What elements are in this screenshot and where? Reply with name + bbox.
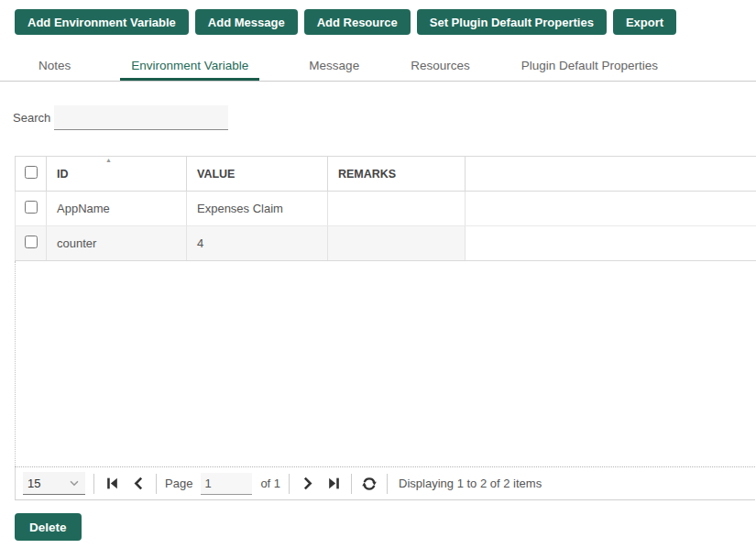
- row-checkbox[interactable]: [25, 201, 38, 214]
- cell-value: Expenses Claim: [187, 192, 328, 226]
- add-environment-variable-button[interactable]: Add Environment Variable: [15, 9, 189, 35]
- cell-remarks: [328, 192, 466, 226]
- page-label: Page: [165, 477, 192, 490]
- cell-filler: [466, 226, 756, 261]
- table-header-row: ▲ ID VALUE REMARKS: [16, 157, 756, 192]
- tab-plugin-default-properties[interactable]: Plugin Default Properties: [520, 53, 660, 81]
- chevron-down-icon: [68, 477, 81, 489]
- column-header-id-label: ID: [57, 168, 69, 181]
- tab-message[interactable]: Message: [307, 53, 361, 81]
- cell-id: counter: [47, 226, 187, 261]
- select-all-header-cell: [16, 157, 47, 192]
- row-checkbox-cell: [16, 192, 47, 226]
- column-header-remarks[interactable]: REMARKS: [328, 157, 466, 192]
- tab-bar: Notes Environment Variable Message Resou…: [0, 53, 756, 82]
- pager-status-text: Displaying 1 to 2 of 2 items: [399, 477, 542, 490]
- tab-notes[interactable]: Notes: [37, 53, 72, 81]
- last-page-icon: [326, 476, 342, 491]
- page-size-value: 15: [27, 477, 40, 490]
- environment-variable-table: ▲ ID VALUE REMARKS AppName Expenses Clai…: [15, 156, 756, 261]
- delete-button[interactable]: Delete: [15, 513, 82, 541]
- previous-page-button[interactable]: [129, 473, 148, 495]
- row-checkbox-cell: [16, 226, 47, 261]
- first-page-button[interactable]: [103, 473, 121, 495]
- row-checkbox[interactable]: [25, 236, 38, 248]
- pagination-bar: 15 Page of 1: [15, 466, 755, 500]
- select-all-checkbox[interactable]: [25, 166, 38, 179]
- table-empty-area: [15, 261, 756, 466]
- chevron-right-icon: [300, 476, 315, 491]
- add-resource-button[interactable]: Add Resource: [304, 9, 411, 35]
- cell-filler: [466, 192, 756, 226]
- pager-divider: [387, 474, 388, 494]
- search-input[interactable]: [54, 105, 228, 130]
- set-plugin-default-properties-button[interactable]: Set Plugin Default Properties: [417, 9, 607, 35]
- next-page-button[interactable]: [298, 473, 316, 495]
- footer-actions: Delete: [15, 513, 756, 541]
- last-page-button[interactable]: [324, 473, 343, 495]
- column-header-value-label: VALUE: [197, 168, 235, 181]
- table-row[interactable]: AppName Expenses Claim: [16, 192, 756, 226]
- search-row: Search: [13, 105, 756, 130]
- cell-value: 4: [187, 226, 328, 261]
- pager-divider: [289, 474, 290, 494]
- search-label: Search: [13, 111, 50, 125]
- cell-id: AppName: [47, 192, 187, 226]
- column-header-id[interactable]: ▲ ID: [47, 157, 187, 192]
- table-row[interactable]: counter 4: [16, 226, 756, 261]
- tab-environment-variable[interactable]: Environment Variable: [120, 53, 259, 81]
- pager-divider: [351, 474, 352, 494]
- page-size-select[interactable]: 15: [23, 472, 85, 495]
- cell-remarks: [328, 226, 466, 261]
- filler-column-header: [466, 157, 756, 192]
- tab-resources[interactable]: Resources: [409, 53, 472, 81]
- page-of-label: of 1: [260, 477, 280, 490]
- toolbar: Add Environment Variable Add Message Add…: [15, 9, 741, 35]
- sort-asc-icon: ▲: [105, 157, 112, 164]
- column-header-remarks-label: REMARKS: [338, 168, 396, 181]
- refresh-icon: [361, 476, 378, 492]
- pager-divider: [93, 474, 94, 494]
- export-button[interactable]: Export: [613, 9, 676, 35]
- first-page-icon: [104, 476, 120, 491]
- add-message-button[interactable]: Add Message: [195, 9, 298, 35]
- page-number-input[interactable]: [201, 473, 252, 495]
- chevron-left-icon: [131, 476, 147, 491]
- refresh-button[interactable]: [360, 473, 378, 495]
- pager-divider: [156, 474, 157, 494]
- column-header-value[interactable]: VALUE: [187, 157, 328, 192]
